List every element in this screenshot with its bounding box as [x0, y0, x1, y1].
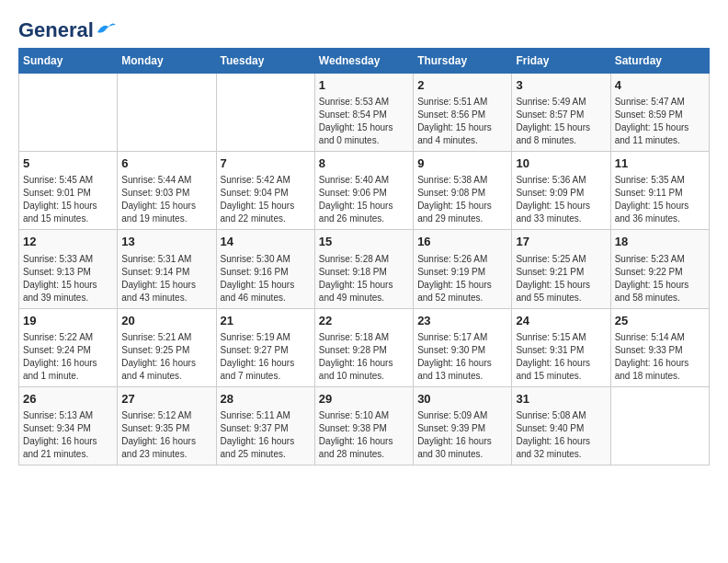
day-number: 6 [121, 155, 211, 172]
calendar-cell: 24Sunrise: 5:15 AM Sunset: 9:31 PM Dayli… [512, 308, 610, 386]
day-info: Sunrise: 5:44 AM Sunset: 9:03 PM Dayligh… [121, 174, 211, 225]
day-info: Sunrise: 5:36 AM Sunset: 9:09 PM Dayligh… [516, 174, 606, 225]
calendar-cell: 10Sunrise: 5:36 AM Sunset: 9:09 PM Dayli… [512, 152, 610, 230]
day-info: Sunrise: 5:42 AM Sunset: 9:04 PM Dayligh… [221, 174, 311, 225]
day-info: Sunrise: 5:51 AM Sunset: 8:56 PM Dayligh… [417, 96, 507, 147]
calendar-cell: 29Sunrise: 5:10 AM Sunset: 9:38 PM Dayli… [314, 386, 413, 465]
weekday-header-friday: Friday [512, 49, 610, 74]
day-info: Sunrise: 5:18 AM Sunset: 9:28 PM Dayligh… [319, 331, 409, 383]
calendar-cell: 25Sunrise: 5:14 AM Sunset: 9:33 PM Dayli… [610, 308, 709, 386]
day-number: 24 [516, 313, 606, 329]
day-info: Sunrise: 5:35 AM Sunset: 9:11 PM Dayligh… [615, 174, 705, 225]
day-number: 5 [23, 155, 113, 172]
calendar-week-row: 5Sunrise: 5:45 AM Sunset: 9:01 PM Daylig… [19, 152, 710, 230]
day-info: Sunrise: 5:14 AM Sunset: 9:33 PM Dayligh… [615, 331, 705, 383]
day-number: 17 [516, 234, 606, 250]
day-number: 7 [221, 155, 311, 172]
day-info: Sunrise: 5:25 AM Sunset: 9:21 PM Dayligh… [516, 253, 606, 304]
logo-text-general: General [18, 18, 94, 42]
day-info: Sunrise: 5:17 AM Sunset: 9:30 PM Dayligh… [417, 331, 507, 383]
weekday-header-tuesday: Tuesday [216, 49, 314, 74]
weekday-header-row: SundayMondayTuesdayWednesdayThursdayFrid… [19, 49, 710, 74]
day-info: Sunrise: 5:26 AM Sunset: 9:19 PM Dayligh… [417, 253, 507, 304]
weekday-header-thursday: Thursday [414, 49, 512, 74]
calendar-cell: 18Sunrise: 5:23 AM Sunset: 9:22 PM Dayli… [610, 230, 709, 308]
calendar-cell: 13Sunrise: 5:31 AM Sunset: 9:14 PM Dayli… [118, 230, 216, 308]
day-number: 1 [319, 77, 409, 94]
day-info: Sunrise: 5:31 AM Sunset: 9:14 PM Dayligh… [121, 253, 211, 304]
day-number: 31 [516, 391, 606, 408]
calendar-cell: 1Sunrise: 5:53 AM Sunset: 8:54 PM Daylig… [314, 74, 413, 152]
calendar-cell: 11Sunrise: 5:35 AM Sunset: 9:11 PM Dayli… [610, 152, 709, 230]
day-info: Sunrise: 5:30 AM Sunset: 9:16 PM Dayligh… [221, 253, 311, 304]
calendar-cell: 31Sunrise: 5:08 AM Sunset: 9:40 PM Dayli… [512, 386, 610, 465]
calendar-week-row: 26Sunrise: 5:13 AM Sunset: 9:34 PM Dayli… [19, 386, 710, 465]
day-info: Sunrise: 5:53 AM Sunset: 8:54 PM Dayligh… [319, 96, 409, 147]
day-number: 26 [23, 391, 113, 408]
day-info: Sunrise: 5:22 AM Sunset: 9:24 PM Dayligh… [23, 331, 113, 383]
day-number: 20 [121, 313, 211, 329]
calendar-cell: 21Sunrise: 5:19 AM Sunset: 9:27 PM Dayli… [216, 308, 314, 386]
calendar-cell: 20Sunrise: 5:21 AM Sunset: 9:25 PM Dayli… [118, 308, 216, 386]
day-info: Sunrise: 5:08 AM Sunset: 9:40 PM Dayligh… [516, 409, 606, 461]
weekday-header-monday: Monday [118, 49, 216, 74]
day-number: 4 [615, 77, 705, 94]
calendar-cell: 5Sunrise: 5:45 AM Sunset: 9:01 PM Daylig… [19, 152, 118, 230]
calendar-cell: 2Sunrise: 5:51 AM Sunset: 8:56 PM Daylig… [414, 74, 512, 152]
day-number: 23 [417, 313, 507, 329]
calendar-cell [216, 74, 314, 152]
day-info: Sunrise: 5:15 AM Sunset: 9:31 PM Dayligh… [516, 331, 606, 383]
day-info: Sunrise: 5:23 AM Sunset: 9:22 PM Dayligh… [615, 253, 705, 304]
day-info: Sunrise: 5:38 AM Sunset: 9:08 PM Dayligh… [417, 174, 507, 225]
day-number: 11 [615, 155, 705, 172]
calendar-cell: 9Sunrise: 5:38 AM Sunset: 9:08 PM Daylig… [414, 152, 512, 230]
day-number: 21 [221, 313, 311, 329]
calendar-cell: 15Sunrise: 5:28 AM Sunset: 9:18 PM Dayli… [314, 230, 413, 308]
calendar-cell: 28Sunrise: 5:11 AM Sunset: 9:37 PM Dayli… [216, 386, 314, 465]
day-number: 13 [121, 234, 211, 250]
day-number: 9 [417, 155, 507, 172]
day-info: Sunrise: 5:19 AM Sunset: 9:27 PM Dayligh… [221, 331, 311, 383]
day-info: Sunrise: 5:49 AM Sunset: 8:57 PM Dayligh… [516, 96, 606, 147]
day-number: 15 [319, 234, 409, 250]
day-number: 29 [319, 391, 409, 408]
day-number: 16 [417, 234, 507, 250]
calendar-cell: 22Sunrise: 5:18 AM Sunset: 9:28 PM Dayli… [314, 308, 413, 386]
calendar-cell: 19Sunrise: 5:22 AM Sunset: 9:24 PM Dayli… [19, 308, 118, 386]
calendar-cell [118, 74, 216, 152]
day-number: 12 [23, 234, 113, 250]
calendar-cell: 7Sunrise: 5:42 AM Sunset: 9:04 PM Daylig… [216, 152, 314, 230]
day-info: Sunrise: 5:28 AM Sunset: 9:18 PM Dayligh… [319, 253, 409, 304]
day-number: 19 [23, 313, 113, 329]
day-number: 3 [516, 77, 606, 94]
day-number: 18 [615, 234, 705, 250]
day-number: 22 [319, 313, 409, 329]
day-info: Sunrise: 5:09 AM Sunset: 9:39 PM Dayligh… [417, 409, 507, 461]
day-info: Sunrise: 5:45 AM Sunset: 9:01 PM Dayligh… [23, 174, 113, 225]
calendar-cell: 6Sunrise: 5:44 AM Sunset: 9:03 PM Daylig… [118, 152, 216, 230]
calendar-cell: 4Sunrise: 5:47 AM Sunset: 8:59 PM Daylig… [610, 74, 709, 152]
day-number: 10 [516, 155, 606, 172]
calendar-cell: 27Sunrise: 5:12 AM Sunset: 9:35 PM Dayli… [118, 386, 216, 465]
calendar-week-row: 19Sunrise: 5:22 AM Sunset: 9:24 PM Dayli… [19, 308, 710, 386]
day-info: Sunrise: 5:21 AM Sunset: 9:25 PM Dayligh… [121, 331, 211, 383]
day-info: Sunrise: 5:12 AM Sunset: 9:35 PM Dayligh… [121, 409, 211, 461]
calendar-cell: 3Sunrise: 5:49 AM Sunset: 8:57 PM Daylig… [512, 74, 610, 152]
day-info: Sunrise: 5:11 AM Sunset: 9:37 PM Dayligh… [221, 409, 311, 461]
weekday-header-wednesday: Wednesday [314, 49, 413, 74]
calendar-table: SundayMondayTuesdayWednesdayThursdayFrid… [18, 48, 710, 465]
day-number: 30 [417, 391, 507, 408]
calendar-cell [19, 74, 118, 152]
day-info: Sunrise: 5:40 AM Sunset: 9:06 PM Dayligh… [319, 174, 409, 225]
day-info: Sunrise: 5:10 AM Sunset: 9:38 PM Dayligh… [319, 409, 409, 461]
calendar-cell: 26Sunrise: 5:13 AM Sunset: 9:34 PM Dayli… [19, 386, 118, 465]
logo-bird-icon [96, 21, 116, 36]
page-header: General [18, 18, 710, 39]
day-number: 27 [121, 391, 211, 408]
day-info: Sunrise: 5:47 AM Sunset: 8:59 PM Dayligh… [615, 96, 705, 147]
calendar-header: SundayMondayTuesdayWednesdayThursdayFrid… [19, 49, 710, 74]
day-number: 28 [221, 391, 311, 408]
calendar-cell: 16Sunrise: 5:26 AM Sunset: 9:19 PM Dayli… [414, 230, 512, 308]
calendar-cell: 17Sunrise: 5:25 AM Sunset: 9:21 PM Dayli… [512, 230, 610, 308]
weekday-header-saturday: Saturday [610, 49, 709, 74]
